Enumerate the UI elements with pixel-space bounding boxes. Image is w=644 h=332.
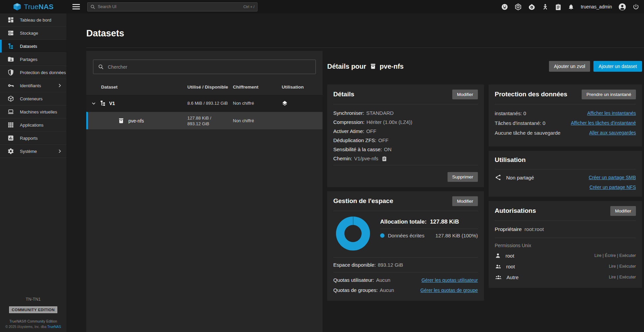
edit-details-button[interactable]: Modifier xyxy=(452,90,478,99)
add-dataset-button[interactable]: Ajouter un dataset xyxy=(593,61,642,72)
shield-icon xyxy=(7,69,14,76)
reports-icon xyxy=(7,135,14,141)
card-title: Autorisations xyxy=(495,207,536,214)
table-row-pve-nfs[interactable]: pve-nfs 127.88 KiB /893.12 GiB Non chiff… xyxy=(86,112,323,129)
truecommand-icon[interactable] xyxy=(528,3,535,10)
add-zvol-button[interactable]: Ajouter un zvol xyxy=(549,61,590,72)
share-icon xyxy=(495,174,501,181)
dataset-archive-icon xyxy=(118,118,124,124)
clipboard-icon[interactable] xyxy=(555,3,561,10)
sidebar-item-datasets[interactable]: Datasets xyxy=(0,40,66,53)
detail-row: Activer Atime:OFF xyxy=(333,127,478,136)
datasets-tree-icon xyxy=(7,43,14,49)
jobs-icon[interactable] xyxy=(542,3,549,10)
edition-badge: COMMUNITY EDITION xyxy=(9,306,57,313)
truenas-logo[interactable]: TrueNAS xyxy=(0,2,66,11)
dataset-search-input[interactable] xyxy=(108,64,311,70)
table-header: Dataset Utilisé / Disponible Chiffrement… xyxy=(86,79,323,94)
power-icon[interactable] xyxy=(633,3,639,10)
col-encryption: Chiffrement xyxy=(233,85,282,90)
copy-icon[interactable] xyxy=(382,156,387,161)
global-search-input[interactable] xyxy=(98,4,241,9)
layers-icon xyxy=(282,100,288,106)
unix-permissions-label: Permissions Unix xyxy=(495,238,636,250)
hamburger-icon[interactable] xyxy=(71,3,81,11)
main: Datasets Dataset Utilisé / Disponible Ch… xyxy=(66,13,644,332)
datasets-tree-icon xyxy=(100,100,106,106)
group-quota-row: Quotas de groupes: Aucun Gérer les quota… xyxy=(333,285,478,295)
sidebar-item-virtual-machines[interactable]: Machines virtuelles xyxy=(0,105,66,119)
legend-written-data: Données écrites 127.88 KiB (100%) xyxy=(380,229,478,238)
key-icon xyxy=(7,82,14,89)
bell-icon[interactable] xyxy=(568,3,574,10)
used-available: 127.88 KiB /893.12 GiB xyxy=(187,115,233,127)
details-for-title: Détails pour pve-nfs xyxy=(327,63,404,70)
snapshot-tasks-row: Tâches d'instantané: 0 Afficher les tâch… xyxy=(495,118,636,128)
sidebar-item-credentials[interactable]: Identifiants xyxy=(0,79,66,92)
copyright-truenas-link[interactable]: TrueNAS xyxy=(47,325,61,329)
take-snapshot-button[interactable]: Prendre un instantané xyxy=(582,90,636,99)
edition-line: TrueNAS® Community Edition xyxy=(0,319,66,323)
table-row-v1[interactable]: V1 8.6 MiB / 893.12 GiB Non chiffré xyxy=(86,94,323,112)
manage-group-quotas-link[interactable]: Gérer les quotas de groupe xyxy=(421,285,478,295)
sidebar-footer: TN-TN1 COMMUNITY EDITION TrueNAS® Commun… xyxy=(0,297,66,329)
detail-row: Compression:Hériter (1.00x (LZ4)) xyxy=(333,118,478,127)
dashboard-icon xyxy=(7,16,14,23)
brand-text: TrueNAS xyxy=(24,3,54,11)
detail-row: Sensibilité à la casse:ON xyxy=(333,145,478,154)
perm-row-other: Autre Lire | Exécuter xyxy=(495,272,636,283)
share-status: Non partagé xyxy=(495,174,534,181)
container-box-icon xyxy=(7,95,14,102)
sidebar-item-containers[interactable]: Conteneurs xyxy=(0,92,66,105)
used-available: 8.6 MiB / 893.12 GiB xyxy=(187,100,233,106)
space-management-card: Gestion de l'espace Modifier Allocation … xyxy=(327,191,484,301)
sidebar-item-system[interactable]: Système xyxy=(0,145,66,158)
sidebar-item-data-protection[interactable]: Protection des données xyxy=(0,66,66,79)
delete-dataset-button[interactable]: Supprimer xyxy=(448,172,478,182)
card-title: Détails xyxy=(333,91,354,98)
detail-row-path: Chemin:V1/pve-nfs xyxy=(333,154,478,163)
perm-row-group: root Lire | Exécuter xyxy=(495,261,636,272)
manage-user-quotas-link[interactable]: Gérer les quotas utilisateur xyxy=(422,275,478,285)
col-dataset: Dataset xyxy=(86,85,187,90)
go-to-backups-link[interactable]: Aller aux sauvegardes xyxy=(589,128,636,138)
sidebar-item-applications[interactable]: Applications xyxy=(0,119,66,132)
create-smb-share-link[interactable]: Créer un partage SMB xyxy=(589,175,636,180)
show-snapshots-link[interactable]: Afficher les instantanés xyxy=(587,108,636,118)
truenas-hex-icon[interactable] xyxy=(515,3,522,10)
show-snapshot-tasks-link[interactable]: Afficher les tâches d'instantané xyxy=(571,118,636,128)
sidebar-item-reports[interactable]: Rapports xyxy=(0,132,66,145)
sidebar-item-dashboard[interactable]: Tableau de bord xyxy=(0,13,66,27)
sidebar: Tableau de bord Stockage Datasets Partag… xyxy=(0,13,66,332)
person-icon xyxy=(495,253,501,259)
data-protection-card: Protection des données Prendre un instan… xyxy=(489,85,642,146)
edit-space-button[interactable]: Modifier xyxy=(452,196,478,206)
encryption: Non chiffré xyxy=(233,101,282,106)
chevron-down-icon[interactable] xyxy=(91,101,96,106)
apps-grid-icon xyxy=(7,122,14,128)
card-title: Utilisation xyxy=(495,156,526,164)
search-shortcut: Ctrl + / xyxy=(243,5,254,9)
gear-icon xyxy=(7,148,14,155)
chevron-right-icon xyxy=(57,83,62,88)
perm-row-user: root Lire | Écrire | Exécuter xyxy=(495,250,636,261)
backup-tasks-row: Aucune tâche de sauvegarde Aller aux sau… xyxy=(495,128,636,138)
create-nfs-share-link[interactable]: Créer un partage NFS xyxy=(589,185,636,190)
sidebar-item-storage[interactable]: Stockage xyxy=(0,27,66,40)
search-icon xyxy=(98,64,104,70)
feedback-smiley-icon[interactable] xyxy=(501,3,508,10)
edit-permissions-button[interactable]: Modifier xyxy=(610,206,636,216)
page-title: Datasets xyxy=(86,28,124,39)
people-icon xyxy=(495,274,502,280)
dataset-search[interactable] xyxy=(93,60,316,74)
global-search[interactable]: Ctrl + / xyxy=(87,2,257,11)
user-avatar-icon[interactable] xyxy=(618,3,626,11)
copyright: © 2025 iXsystems, Inc. dba TrueNAS xyxy=(0,325,66,329)
sidebar-item-shares[interactable]: Partages xyxy=(0,53,66,66)
col-used-available: Utilisé / Disponible xyxy=(187,84,233,90)
legend-dot xyxy=(380,233,385,238)
encryption: Non chiffré xyxy=(233,118,282,123)
chevron-right-icon xyxy=(57,148,62,154)
dataset-table-panel: Dataset Utilisé / Disponible Chiffrement… xyxy=(86,51,323,332)
storage-icon xyxy=(7,30,14,36)
